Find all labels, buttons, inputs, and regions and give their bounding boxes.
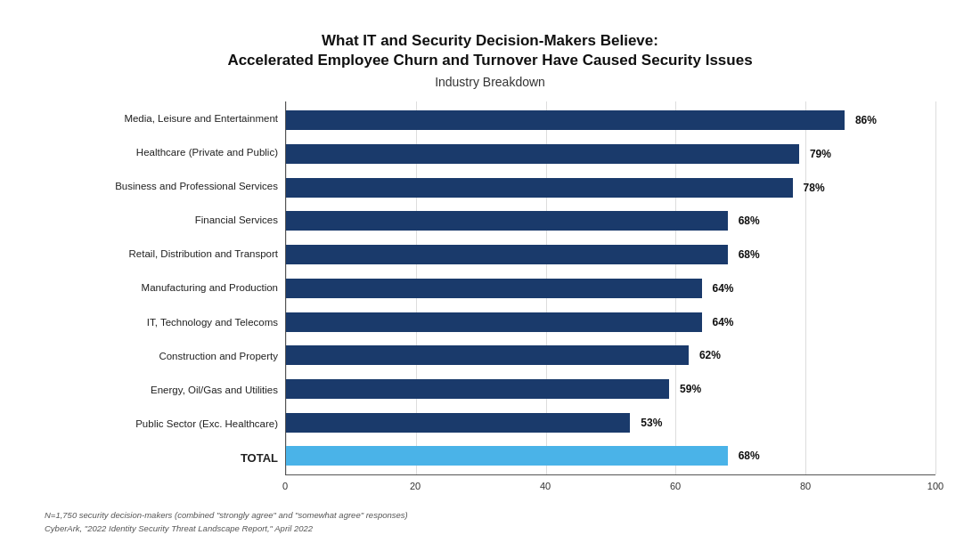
x-tick-label: 60 [670,481,681,491]
bar-row: 86% [286,105,935,135]
chart-title: What IT and Security Decision-Makers Bel… [45,31,935,72]
y-label: IT, Technology and Telecoms [45,307,278,337]
bar-row: 62% [286,340,935,370]
y-label: Energy, Oil/Gas and Utilities [45,376,278,406]
bar-row: 68% [286,239,935,270]
x-tick-label: 100 [927,481,943,491]
bar-value: 68% [739,215,760,227]
bar-value: 79% [810,148,831,160]
bar-row: 68% [286,206,935,236]
bar-value: 68% [739,248,760,261]
y-axis-labels: Media, Leisure and EntertainmentHealthca… [45,101,285,475]
bar-row: 79% [286,139,935,169]
bar-row: 64% [286,273,935,304]
x-tick-label: 0 [282,481,288,491]
x-tick-label: 80 [800,481,811,491]
y-label: Retail, Distribution and Transport [45,239,278,270]
data-bar: 64% [286,312,702,332]
y-label: Healthcare (Private and Public) [45,138,278,168]
data-bar: 79% [286,144,799,164]
chart-subtitle: Industry Breakdown [45,75,935,89]
x-tick-label: 40 [540,481,551,491]
data-bar: 78% [286,178,793,198]
chart-container: What IT and Security Decision-Makers Bel… [18,13,962,539]
bar-row: 64% [286,307,935,337]
grid-line [935,101,936,474]
title-line2: Accelerated Employee Churn and Turnover … [227,52,752,69]
bar-row: 59% [286,374,935,404]
x-tick-label: 20 [410,481,421,491]
bar-value: 62% [699,349,721,361]
bars-wrapper: 86%79%78%68%68%64%64%62%59%53%68% [286,101,935,474]
y-label: Business and Professional Services [45,172,278,202]
bar-value: 53% [641,417,662,429]
footnote: N=1,750 security decision-makers (combin… [45,509,935,535]
y-label: Public Sector (Exc. Healthcare) [45,409,278,440]
bars-area: 86%79%78%68%68%64%64%62%59%53%68% [285,101,935,475]
y-label: Media, Leisure and Entertainment [45,103,278,134]
y-label: Manufacturing and Production [45,273,278,304]
bar-row: 53% [286,408,935,438]
bar-row: 68% [286,441,935,471]
data-bar: 68% [286,211,728,231]
data-bar: 68% [286,245,728,264]
data-bar: 86% [286,110,845,130]
title-line1: What IT and Security Decision-Makers Bel… [322,32,658,49]
data-bar: 64% [286,279,702,298]
data-bar: 59% [286,379,669,399]
x-axis: 020406080100 [285,481,935,497]
y-label: Financial Services [45,206,278,236]
data-bar: 62% [286,345,689,365]
y-label: TOTAL [45,443,278,474]
bar-value: 78% [804,182,825,194]
bar-value: 64% [713,316,734,328]
data-bar: 53% [286,413,630,433]
bar-value: 59% [680,383,701,395]
chart-area: Media, Leisure and EntertainmentHealthca… [45,101,935,475]
footnote-line2: CyberArk, "2022 Identity Security Threat… [45,523,935,535]
bar-value: 64% [713,282,734,295]
bar-value: 68% [739,450,760,462]
y-label: Construction and Property [45,342,278,372]
bar-row: 78% [286,173,935,203]
footnote-line1: N=1,750 security decision-makers (combin… [45,509,935,522]
total-bar: 68% [286,446,728,466]
bar-value: 86% [855,114,877,126]
